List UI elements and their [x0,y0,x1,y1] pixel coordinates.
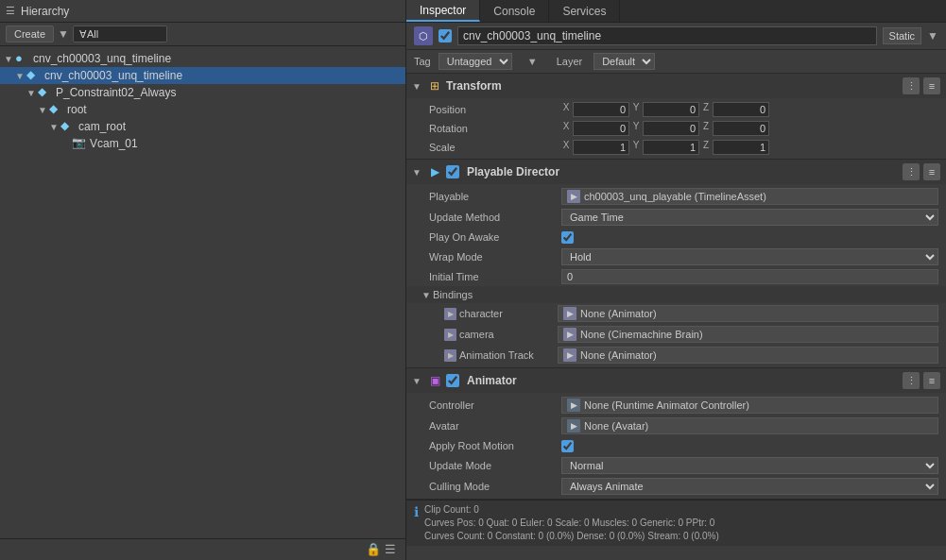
playable-director-header[interactable]: ▼ ▶ Playable Director ⋮ ≡ [406,160,946,184]
pd-actions: ⋮ ≡ [903,163,940,180]
binding-animtrack-value: None (Animator) [580,349,657,361]
scale-row: Scale X Y Z [406,138,946,157]
position-y-input[interactable] [643,102,699,117]
rotation-x-input[interactable] [573,121,629,136]
binding-character-label: ▶ character [444,308,558,320]
transform-icon: ⊞ [427,78,442,93]
rotation-label: Rotation [429,123,561,134]
bindings-label: Bindings [433,289,473,300]
tree-label-camroot: cam_root [78,120,126,133]
info-line2: Curves Pos: 0 Quat: 0 Euler: 0 Scale: 0 … [424,517,719,530]
layer-select[interactable]: Default [593,53,655,70]
culling-mode-select[interactable]: Always Animate [561,478,938,495]
info-line3: Curves Count: 0 Constant: 0 (0.0%) Dense… [424,530,719,543]
update-mode-row: Update Mode Normal [406,455,946,476]
position-y-label: Y [631,102,641,117]
rotation-xyz: X Y Z [561,121,938,136]
playable-row: Playable ▶ ch00003_unq_playable (Timelin… [406,186,946,207]
pd-active-checkbox[interactable] [446,165,459,178]
menu-icon[interactable]: ☰ [385,542,400,557]
cam-icon-vcam: 📷 [72,136,87,151]
tab-services[interactable]: Services [549,0,620,22]
tab-console-label: Console [493,5,535,18]
tree-item-root[interactable]: ▼ ◆ root [0,101,405,118]
binding-camera-ref[interactable]: ▶ None (Cinemachine Brain) [558,326,938,343]
controller-ref-text: None (Runtime Animator Controller) [584,399,749,411]
animator-menu-button[interactable]: ≡ [923,372,940,389]
animator-body: Controller ▶ None (Runtime Animator Cont… [406,393,946,499]
tree-item-camroot[interactable]: ▼ ◆ cam_root [0,118,405,135]
tree-label-cnv: cnv_ch00003_unq_timeline [44,69,182,82]
rotation-y-label: Y [631,121,641,136]
pd-body: Playable ▶ ch00003_unq_playable (Timelin… [406,184,946,367]
apply-root-motion-checkbox[interactable] [561,440,574,452]
inspector-body: ⬡ Static ▼ Tag Untagged ▼ Layer Default … [406,23,946,560]
initial-time-input[interactable] [561,269,938,284]
binding-animtrack-ref[interactable]: ▶ None (Animator) [558,347,938,364]
scale-y-input[interactable] [643,140,699,155]
pd-title: Playable Director [467,165,899,178]
playable-value: ▶ ch00003_unq_playable (TimelineAsset) [561,188,938,205]
object-active-checkbox[interactable] [439,29,452,42]
go-icon-cnv: ◆ [26,68,42,83]
animator-settings-button[interactable]: ⋮ [903,372,920,389]
tree-item-timeline[interactable]: ▼ ● cnv_ch00003_unq_timeline [0,50,405,67]
position-z-input[interactable] [713,102,769,117]
play-on-awake-checkbox[interactable] [561,231,574,244]
initial-time-value [561,269,938,284]
hierarchy-footer: 🔒 ☰ [0,538,405,560]
pd-menu-button[interactable]: ≡ [923,163,940,180]
tree-item-vcam[interactable]: 📷 Vcam_01 [0,135,405,152]
binding-camera-text: camera [459,329,494,340]
binding-character-ref[interactable]: ▶ None (Animator) [558,305,938,322]
hierarchy-toolbar: Create ▼ [0,23,405,46]
position-x-input[interactable] [573,102,629,117]
binding-camera-icon: ▶ [444,329,456,341]
binding-animtrack-ref-icon: ▶ [563,348,576,362]
static-button[interactable]: Static [883,27,922,44]
tab-inspector[interactable]: Inspector [406,0,480,22]
hierarchy-search[interactable] [73,25,167,42]
binding-character-row: ▶ character ▶ None (Animator) [406,303,946,324]
transform-settings-button[interactable]: ⋮ [903,77,920,94]
lock-icon[interactable]: 🔒 [366,542,381,557]
animator-icon: ▣ [427,373,442,388]
scale-x-input[interactable] [573,140,629,155]
bindings-arrow: ▼ [421,290,433,300]
update-method-select[interactable]: Game Time [561,209,938,226]
go-icon-root: ◆ [49,102,64,117]
transform-menu-button[interactable]: ≡ [923,77,940,94]
position-z-label: Z [701,102,711,117]
avatar-ref-field[interactable]: ▶ None (Avatar) [561,417,938,434]
create-button[interactable]: Create [6,25,54,42]
wrap-mode-select[interactable]: Hold [561,248,938,265]
tree-label-vcam: Vcam_01 [90,137,138,150]
rotation-z-input[interactable] [713,121,769,136]
controller-ref-icon: ▶ [567,399,580,412]
playable-ref-field[interactable]: ▶ ch00003_unq_playable (TimelineAsset) [561,188,938,205]
update-mode-select[interactable]: Normal [561,457,938,474]
transform-header[interactable]: ▼ ⊞ Transform ⋮ ≡ [406,74,946,98]
object-name-field[interactable] [457,26,877,45]
animator-title: Animator [467,374,899,387]
rotation-y-input[interactable] [643,121,699,136]
position-x-label: X [561,102,571,117]
tree-item-pconstraint[interactable]: ▼ ◆ P_Constraint02_Always [0,84,405,101]
transform-section: ▼ ⊞ Transform ⋮ ≡ Position X Y [406,74,946,160]
transform-body: Position X Y Z Rotation [406,98,946,159]
bindings-header[interactable]: ▼ Bindings [406,286,946,303]
pd-settings-button[interactable]: ⋮ [903,163,920,180]
tag-select[interactable]: Untagged [439,53,512,70]
rotation-z-label: Z [701,121,711,136]
animator-active-checkbox[interactable] [446,374,459,387]
update-method-label: Update Method [429,212,561,223]
scale-z-input[interactable] [713,140,769,155]
rotation-value: X Y Z [561,121,938,136]
tab-console[interactable]: Console [480,0,549,22]
initial-time-row: Initial Time [406,267,946,286]
controller-ref-field[interactable]: ▶ None (Runtime Animator Controller) [561,397,938,414]
animator-header[interactable]: ▼ ▣ Animator ⋮ ≡ [406,368,946,393]
tree-item-cnv[interactable]: ▼ ◆ cnv_ch00003_unq_timeline [0,67,405,84]
hierarchy-header: ☰ Hierarchy [0,0,405,23]
layer-label: Layer [557,56,583,67]
